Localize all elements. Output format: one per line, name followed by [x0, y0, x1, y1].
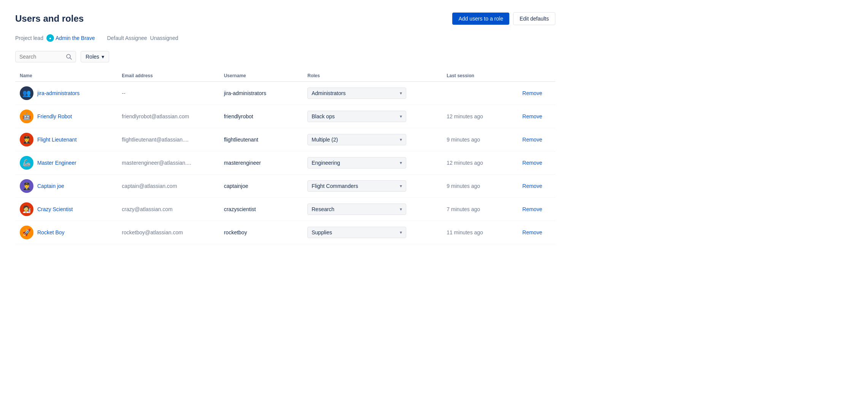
- default-assignee-section: Default Assignee Unassigned: [107, 35, 178, 41]
- col-header-action: [516, 70, 555, 82]
- role-value: Administrators: [312, 90, 345, 96]
- username-cell: masterengineer: [219, 151, 303, 175]
- role-value: Research: [312, 206, 334, 212]
- lead-avatar: ●: [46, 34, 54, 42]
- username-cell: crazyscientist: [219, 198, 303, 221]
- user-cell-jira-administrators: 👥jira-administrators: [20, 86, 113, 100]
- project-lead-section: Project lead ● Admin the Brave: [15, 34, 95, 42]
- remove-button[interactable]: Remove: [521, 89, 544, 98]
- search-icon: [66, 54, 72, 60]
- role-select[interactable]: Administrators▾: [307, 87, 406, 99]
- user-name[interactable]: Master Engineer: [37, 160, 76, 166]
- col-header-username: Username: [219, 70, 303, 82]
- svg-line-1: [70, 58, 72, 59]
- last-session-cell: [442, 82, 516, 105]
- user-cell-crazy-scientist: 🧑‍🔬Crazy Scientist: [20, 202, 113, 216]
- last-session-cell: 12 minutes ago: [442, 105, 516, 128]
- role-value: Multiple (2): [312, 137, 338, 143]
- last-session-cell: 12 minutes ago: [442, 151, 516, 175]
- col-header-session: Last session: [442, 70, 516, 82]
- chevron-down-icon: ▾: [400, 160, 402, 165]
- table-row: 👨‍✈️Captain joecaptain@atlassian.comcapt…: [15, 175, 555, 198]
- users-table: Name Email address Username Roles Last s…: [15, 70, 555, 244]
- role-select[interactable]: Supplies▾: [307, 227, 406, 238]
- email-cell: rocketboy@atlassian.com: [117, 221, 219, 244]
- page-header: Users and roles Add users to a role Edit…: [15, 12, 555, 25]
- remove-button[interactable]: Remove: [521, 181, 544, 191]
- role-value: Supplies: [312, 229, 332, 235]
- email-cell: flightlieutenant@atlassian....: [117, 128, 219, 151]
- avatar: 🧑‍🔬: [20, 202, 33, 216]
- add-users-button[interactable]: Add users to a role: [452, 13, 509, 25]
- page-title: Users and roles: [15, 13, 84, 24]
- role-select[interactable]: Black ops▾: [307, 111, 406, 122]
- table-row: 🚀Rocket Boyrocketboy@atlassian.comrocket…: [15, 221, 555, 244]
- email-cell: --: [117, 82, 219, 105]
- table-row: 🧑‍🔬Crazy Scientistcrazy@atlassian.comcra…: [15, 198, 555, 221]
- table-row: 🦾Master Engineermasterengineer@atlassian…: [15, 151, 555, 175]
- avatar: 👥: [20, 86, 33, 100]
- remove-button[interactable]: Remove: [521, 112, 544, 121]
- default-assignee-value: Unassigned: [150, 35, 178, 41]
- username-cell: captainjoe: [219, 175, 303, 198]
- email-cell: masterengineer@atlassian....: [117, 151, 219, 175]
- remove-button[interactable]: Remove: [521, 228, 544, 237]
- last-session-cell: 11 minutes ago: [442, 221, 516, 244]
- project-info: Project lead ● Admin the Brave Default A…: [15, 34, 555, 42]
- last-session-cell: 7 minutes ago: [442, 198, 516, 221]
- username-cell: friendlyrobot: [219, 105, 303, 128]
- table-row: 🤖Friendly Robotfriendlyrobot@atlassian.c…: [15, 105, 555, 128]
- role-select[interactable]: Flight Commanders▾: [307, 180, 406, 192]
- role-value: Flight Commanders: [312, 183, 358, 189]
- chevron-down-icon: ▾: [400, 91, 402, 96]
- default-assignee-label: Default Assignee: [107, 35, 147, 41]
- avatar: 👨‍✈️: [20, 179, 33, 193]
- remove-button[interactable]: Remove: [521, 158, 544, 167]
- chevron-down-icon: ▾: [400, 137, 402, 142]
- col-header-roles: Roles: [303, 70, 442, 82]
- avatar: 🧑‍✈️: [20, 133, 33, 146]
- username-cell: flightlieutenant: [219, 128, 303, 151]
- user-name[interactable]: Friendly Robot: [37, 113, 72, 119]
- project-lead-name[interactable]: ● Admin the Brave: [46, 34, 95, 42]
- chevron-down-icon: ▾: [400, 183, 402, 189]
- search-input[interactable]: [19, 54, 64, 60]
- user-cell-flight-lieutenant: 🧑‍✈️Flight Lieutenant: [20, 133, 113, 146]
- user-cell-friendly-robot: 🤖Friendly Robot: [20, 110, 113, 123]
- table-row: 🧑‍✈️Flight Lieutenantflightlieutenant@at…: [15, 128, 555, 151]
- email-cell: captain@atlassian.com: [117, 175, 219, 198]
- roles-dropdown-label: Roles: [86, 54, 99, 60]
- username-cell: rocketboy: [219, 221, 303, 244]
- user-name[interactable]: jira-administrators: [37, 90, 79, 96]
- project-lead-label: Project lead: [15, 35, 43, 41]
- role-select[interactable]: Multiple (2)▾: [307, 134, 406, 145]
- avatar: 🤖: [20, 110, 33, 123]
- user-name[interactable]: Captain joe: [37, 183, 64, 189]
- table-container: Name Email address Username Roles Last s…: [15, 70, 555, 244]
- email-cell: friendlyrobot@atlassian.com: [117, 105, 219, 128]
- toolbar: Roles ▾: [15, 51, 555, 62]
- roles-dropdown[interactable]: Roles ▾: [81, 51, 109, 62]
- username-cell: jira-administrators: [219, 82, 303, 105]
- last-session-cell: 9 minutes ago: [442, 175, 516, 198]
- role-value: Black ops: [312, 113, 335, 119]
- user-name[interactable]: Flight Lieutenant: [37, 137, 77, 143]
- user-name[interactable]: Crazy Scientist: [37, 206, 73, 212]
- user-cell-captain-joe: 👨‍✈️Captain joe: [20, 179, 113, 193]
- avatar: 🦾: [20, 156, 33, 170]
- chevron-down-icon: ▾: [400, 207, 402, 212]
- user-cell-master-engineer: 🦾Master Engineer: [20, 156, 113, 170]
- edit-defaults-button[interactable]: Edit defaults: [513, 12, 555, 25]
- role-select[interactable]: Engineering▾: [307, 157, 406, 169]
- avatar: 🚀: [20, 226, 33, 239]
- table-header-row: Name Email address Username Roles Last s…: [15, 70, 555, 82]
- roles-dropdown-chevron: ▾: [102, 54, 104, 60]
- remove-button[interactable]: Remove: [521, 135, 544, 144]
- table-row: 👥jira-administrators--jira-administrator…: [15, 82, 555, 105]
- chevron-down-icon: ▾: [400, 114, 402, 119]
- col-header-email: Email address: [117, 70, 219, 82]
- role-select[interactable]: Research▾: [307, 204, 406, 215]
- search-box[interactable]: [15, 51, 76, 62]
- user-name[interactable]: Rocket Boy: [37, 229, 65, 235]
- remove-button[interactable]: Remove: [521, 205, 544, 214]
